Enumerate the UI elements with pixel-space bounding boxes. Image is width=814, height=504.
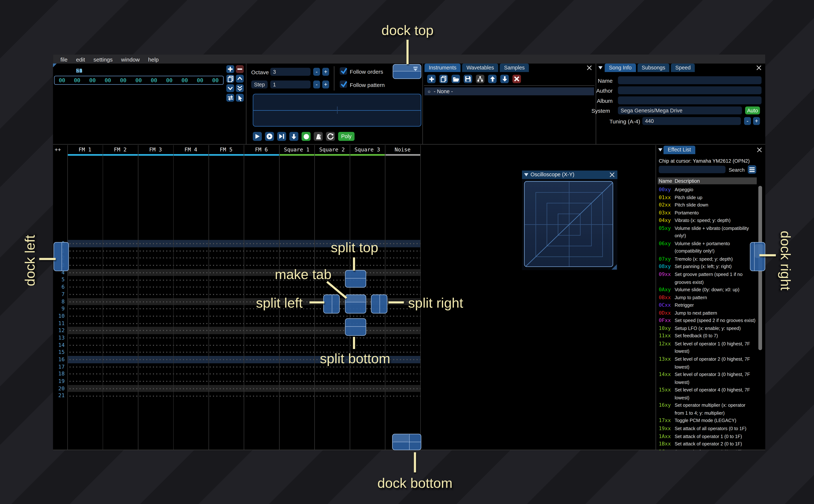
effect-row[interactable]: 19xx Set attack of all operators (0 to 1… [659, 425, 757, 433]
oscilloscope-titlebar[interactable]: Oscilloscope (X-Y) [522, 171, 618, 179]
effect-row[interactable]: 17xx Toggle PCM mode (LEGACY) [659, 417, 757, 425]
order-cell[interactable]: 00 [146, 77, 162, 83]
channel-volume-bar[interactable] [208, 154, 244, 156]
step-input[interactable]: 1 [270, 81, 310, 88]
pattern-row-cells[interactable] [67, 312, 420, 320]
menu-item[interactable]: help [144, 56, 163, 62]
channel-header[interactable]: Noise [385, 147, 420, 156]
instrument-save-button[interactable] [464, 75, 472, 83]
pattern-row-cells[interactable] [67, 262, 420, 269]
resize-grip[interactable] [612, 264, 617, 270]
collapse-icon[interactable] [658, 148, 663, 151]
split-target-left[interactable] [323, 295, 340, 314]
channel-header[interactable]: FM 2 [103, 147, 138, 156]
pattern-row-cells[interactable] [67, 392, 420, 399]
order-cell[interactable]: 00 [131, 77, 146, 83]
order-edit-pointer-button[interactable] [236, 94, 244, 102]
pattern-row[interactable]: 3 [53, 262, 420, 269]
song-field-input[interactable] [618, 86, 761, 94]
pattern-row-cells[interactable] [67, 341, 420, 349]
instrument-tab[interactable]: Wavetables [462, 64, 498, 72]
instrument-move-up-button[interactable] [488, 75, 497, 83]
follow-orders-checkbox[interactable] [340, 67, 347, 75]
metronome-button[interactable] [314, 132, 323, 141]
order-column-header[interactable]: N0 [71, 68, 87, 74]
effect-list-tab[interactable]: Effect List [664, 146, 695, 154]
input-pad[interactable] [253, 94, 421, 127]
pattern-corner-button[interactable]: ++ [55, 147, 61, 153]
pattern-row-cells[interactable] [67, 370, 420, 378]
pattern-row[interactable]: 13 [53, 334, 420, 341]
t uning-input[interactable]: 440 [642, 117, 741, 125]
effect-row[interactable]: 1Bxx Set attack of operator 2 (0 to 1F) [659, 440, 757, 448]
pattern-row-cells[interactable] [67, 334, 420, 341]
collapse-icon[interactable] [598, 66, 603, 69]
step-label[interactable]: Step [251, 81, 268, 88]
channel-volume-bar[interactable] [67, 154, 102, 156]
effect-search-input[interactable] [659, 166, 726, 173]
play-pattern-button[interactable] [265, 132, 274, 141]
tuning-decrement-button[interactable]: - [744, 117, 751, 125]
song-field-input[interactable] [618, 76, 761, 84]
pattern-row-cells[interactable] [67, 269, 420, 276]
panel-separator[interactable] [246, 64, 246, 144]
octave-decrement-button[interactable]: - [313, 68, 320, 76]
channel-volume-bar[interactable] [138, 154, 173, 156]
make-tab-target[interactable] [345, 295, 366, 314]
split-target-right[interactable] [371, 295, 387, 314]
system-input[interactable]: Sega Genesis/Mega Drive [618, 106, 742, 114]
pattern-row[interactable]: 10 [53, 312, 420, 320]
effect-row[interactable]: 05xy Volume slide + vibrato (compatibili… [659, 224, 757, 240]
order-cell[interactable]: 00 [85, 77, 100, 83]
instrument-move-down-button[interactable] [500, 75, 509, 83]
pattern-row[interactable]: 20 [53, 385, 420, 392]
menu-item[interactable]: edit [72, 56, 89, 62]
instrument-duplicate-button[interactable] [439, 75, 448, 83]
menu-item[interactable]: settings [89, 56, 117, 62]
song-info-tab[interactable]: Song Info [605, 64, 636, 72]
order-row[interactable]: 00 00000000000000000000 [54, 76, 224, 85]
channel-volume-bar[interactable] [279, 154, 314, 156]
effect-row[interactable]: 0Dxx Jump to next pattern [659, 309, 757, 317]
channel-header[interactable]: FM 5 [208, 147, 244, 156]
channel-volume-bar[interactable] [314, 154, 349, 156]
oscilloscope-close-icon[interactable] [609, 172, 615, 178]
order-cell[interactable]: 00 [177, 77, 192, 83]
effect-row[interactable]: 0Axy Volume slide (0y: down; x0: up) [659, 286, 757, 294]
instrument-folder-tree-button[interactable] [476, 75, 485, 83]
effect-list-menu-button[interactable] [748, 165, 756, 174]
dock-target-left[interactable] [53, 242, 69, 271]
order-cell[interactable]: 00 [162, 77, 177, 83]
pattern-row-cells[interactable] [67, 298, 420, 305]
pattern-row-cells[interactable] [67, 283, 420, 291]
effect-row[interactable]: 1Cxx Set attack of operator 3 (0 to 1F) [659, 448, 757, 450]
split-target-top[interactable] [345, 270, 366, 288]
effect-row[interactable]: 0Bxx Jump to pattern [659, 294, 757, 302]
effect-row[interactable]: 15xx Set level of operator 4 (0 highest,… [659, 386, 757, 402]
song-info-close-icon[interactable] [756, 65, 762, 71]
effect-row[interactable]: 12xx Set level of operator 1 (0 highest,… [659, 340, 757, 356]
channel-header[interactable]: Square 3 [350, 147, 385, 156]
channel-header[interactable]: Square 1 [279, 147, 314, 156]
play-once-button[interactable] [277, 132, 286, 141]
description-column-header[interactable]: Description [675, 177, 700, 184]
octave-input[interactable]: 3 [270, 68, 310, 76]
effect-table-header[interactable]: Name Description [658, 177, 757, 184]
pattern-row-cells[interactable] [67, 378, 420, 385]
order-cell[interactable]: 00 [192, 77, 208, 83]
instrument-tab[interactable]: Instruments [425, 64, 461, 72]
song-info-tab[interactable]: Subsongs [637, 64, 670, 72]
channel-header[interactable]: FM 3 [138, 147, 173, 156]
channel-volume-bar[interactable] [173, 154, 208, 156]
instrument-tab[interactable]: Samples [500, 64, 529, 72]
oscilloscope-window[interactable]: Oscilloscope (X-Y) [522, 171, 618, 270]
pattern-row-cells[interactable] [67, 276, 420, 283]
repeat-pattern-button[interactable] [326, 132, 335, 141]
effect-row[interactable]: 09xx Set groove pattern (speed 1 if no g… [659, 271, 757, 286]
effect-row[interactable]: 0Fxx Set speed (speed 2 if no grooves ex… [659, 317, 757, 325]
poly-button[interactable]: Poly [338, 132, 354, 141]
channel-header[interactable]: Square 2 [314, 147, 349, 156]
pattern-row-cells[interactable] [67, 305, 420, 312]
tuning-increment-button[interactable]: + [753, 117, 760, 125]
song-field-input[interactable] [618, 96, 761, 104]
